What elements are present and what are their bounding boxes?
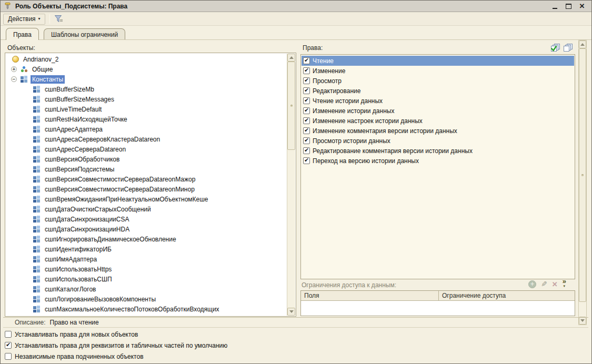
tab-content-divider <box>1 39 591 40</box>
edit-icon[interactable]: ✎ <box>541 280 547 288</box>
column-header-restriction[interactable]: Ограничение доступа <box>439 291 575 300</box>
scroll-up-button[interactable] <box>579 41 586 48</box>
tree-item[interactable]: сшпRestНаИсходящейТочке <box>6 114 286 124</box>
right-checkbox[interactable] <box>303 77 310 84</box>
option-checkbox[interactable] <box>5 331 12 338</box>
tree-item[interactable]: сшпВерсияСовместимостиСервераDatareonМаж… <box>6 174 286 184</box>
option-checkbox[interactable] <box>5 353 12 360</box>
right-checkbox[interactable] <box>303 87 310 94</box>
arrow-up-icon <box>289 56 294 59</box>
minimize-icon <box>553 8 557 9</box>
tree-item[interactable]: сшпМаксимальноеКоличествоПотоковОбработк… <box>6 304 286 314</box>
chevrons-icon: » <box>563 279 566 284</box>
tree-item[interactable]: сшпКаталогЛогов <box>6 284 286 294</box>
scroll-down-button[interactable] <box>287 308 295 316</box>
tree-item-label: сшпАдресСервераDatareon <box>43 145 127 154</box>
tree-item[interactable]: сшпДатаОчисткиСтарыхСообщений <box>6 204 286 214</box>
tree-item[interactable]: сшпBufferSizeMb <box>6 84 286 94</box>
tree-item[interactable]: сшпАдресСервераDatareon <box>6 144 286 154</box>
scrollbar-thumb[interactable] <box>579 48 586 302</box>
expander-icon[interactable] <box>11 66 17 72</box>
close-button[interactable]: ✕ <box>578 2 586 11</box>
option-checkbox[interactable] <box>5 342 12 349</box>
right-item[interactable]: Переход на версию истории данных <box>302 156 574 166</box>
right-checkbox[interactable] <box>303 97 310 104</box>
restrictions-table-body[interactable] <box>301 301 575 316</box>
right-checkbox[interactable] <box>303 67 310 74</box>
tree-item[interactable]: сшпДатаСинхронизацииHDA <box>6 224 286 234</box>
right-item[interactable]: Изменение комментария версии истории дан… <box>302 126 574 136</box>
tree-item[interactable]: сшпВерсияПодсистемы <box>6 164 286 174</box>
option-row[interactable]: Устанавливать права для реквизитов и таб… <box>5 341 227 349</box>
tree-item[interactable]: сшпИгнорироватьДинамическоеОбновление <box>6 234 286 244</box>
tree-item[interactable]: сшпИмяАдаптера <box>6 254 286 264</box>
tree-item[interactable]: сшпАдресАдаптера <box>6 124 286 134</box>
right-checkbox[interactable] <box>303 147 310 154</box>
constant-icon <box>33 156 41 163</box>
right-item[interactable]: Чтение истории данных <box>302 96 574 106</box>
tree-item[interactable]: сшпЛогированиеВызововКомпоненты <box>6 294 286 304</box>
right-checkbox[interactable] <box>303 117 310 124</box>
right-item-label: Просмотр истории данных <box>313 137 390 145</box>
filter-icon[interactable] <box>54 14 64 24</box>
clear-all-rights-icon[interactable] <box>563 44 574 53</box>
tree-item[interactable]: сшпBufferSizeMessages <box>6 94 286 104</box>
titlebar: Роль Объекты_Подсистемы: Права ✕ <box>1 1 591 12</box>
tree-item[interactable]: сшпLiveTimeDefault <box>6 104 286 114</box>
tree-item[interactable]: Константы <box>6 74 286 84</box>
tree-item-label: сшпАдресаСерверовКластераDatareon <box>43 135 162 144</box>
tree-item[interactable]: сшпДатаСинхронизацииCSA <box>6 214 286 224</box>
tree-item-label: Andrianov_2 <box>22 55 60 64</box>
right-checkbox[interactable] <box>303 57 310 64</box>
option-row[interactable]: Устанавливать права для новых объектов <box>5 330 227 338</box>
right-checkbox[interactable] <box>303 107 310 114</box>
objects-tree-scrollbar[interactable] <box>287 54 295 316</box>
tree-item[interactable]: сшпВремяОжиданияПриНеактуальномОбъектном… <box>6 194 286 204</box>
right-item[interactable]: Редактирование <box>302 86 574 96</box>
tree-item[interactable]: сшпАдресаСерверовКластераDatareon <box>6 134 286 144</box>
right-item[interactable]: Редактирование комментария версии истори… <box>302 146 574 156</box>
right-item[interactable]: Чтение <box>302 56 574 66</box>
more-actions-icon[interactable]: » ▾ <box>563 279 566 288</box>
right-item-label: Изменение истории данных <box>313 107 394 115</box>
constant-icon <box>33 266 41 272</box>
tab-restriction-templates[interactable]: Шаблоны ограничений <box>44 28 125 40</box>
right-item-label: Изменение <box>313 67 345 75</box>
actions-menu-button[interactable]: Действия ▾ <box>3 14 45 25</box>
root-icon <box>12 56 19 63</box>
tree-item[interactable]: сшпИспользоватьСШП <box>6 274 286 284</box>
right-item[interactable]: Изменение <box>302 66 574 76</box>
minimize-button[interactable] <box>550 2 559 11</box>
right-item[interactable]: Просмотр <box>302 76 574 86</box>
right-item[interactable]: Просмотр истории данных <box>302 136 574 146</box>
tree-item[interactable]: сшпВерсияОбработчиков <box>6 154 286 164</box>
maximize-button[interactable] <box>564 2 573 11</box>
tabstrip: Шаблоны ограничений Права <box>1 26 591 40</box>
right-checkbox[interactable] <box>303 157 310 164</box>
tree-item-label: сшпВремяОжиданияПриНеактуальномОбъектном… <box>43 195 210 204</box>
option-row[interactable]: Независимые права подчиненных объектов <box>5 352 227 360</box>
objects-panel-label: Объекты: <box>7 44 35 52</box>
tree-item[interactable]: Andrianov_2 <box>6 54 286 64</box>
tree-item-label: Общие <box>31 65 54 74</box>
right-item[interactable]: Изменение настроек истории данных <box>302 116 574 126</box>
maximize-icon <box>566 4 571 9</box>
right-checkbox[interactable] <box>303 137 310 144</box>
page-scrollbar[interactable] <box>578 40 587 325</box>
set-all-rights-icon[interactable] <box>550 44 561 53</box>
right-checkbox[interactable] <box>303 127 310 134</box>
tree-item[interactable]: сшпИспользоватьHttps <box>6 264 286 274</box>
column-header-fields[interactable]: Поля <box>301 291 439 300</box>
scrollbar-thumb[interactable] <box>287 62 295 150</box>
tab-rights[interactable]: Права <box>6 28 39 40</box>
constant-icon <box>33 196 41 203</box>
expander-icon[interactable] <box>11 76 17 82</box>
right-item[interactable]: Изменение истории данных <box>302 106 574 116</box>
scroll-up-button[interactable] <box>287 54 295 62</box>
delete-icon[interactable]: ✕ <box>552 281 558 288</box>
tree-item[interactable]: Общие <box>6 64 286 74</box>
add-icon[interactable] <box>528 280 536 288</box>
tree-item[interactable]: сшпВерсияСовместимостиСервераDatareonМин… <box>6 184 286 194</box>
tree-item[interactable]: сшпИдентификаторИБ <box>6 244 286 254</box>
actions-menu-label: Действия <box>8 15 36 23</box>
